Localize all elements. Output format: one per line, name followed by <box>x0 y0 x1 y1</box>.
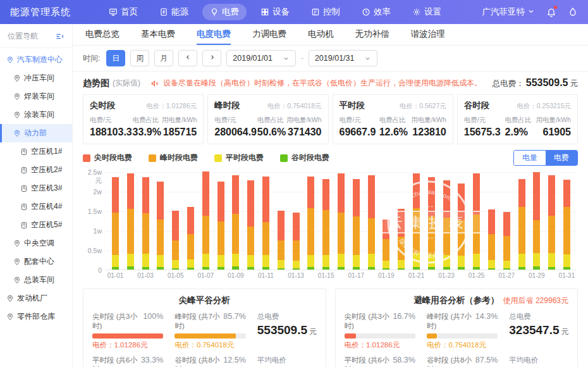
nav-item-efficiency[interactable]: 效率 <box>354 4 398 20</box>
tab-reactive-compensation[interactable]: 无功补偿 <box>355 24 389 45</box>
collapse-icon[interactable] <box>55 32 64 41</box>
bar-segment-valley <box>383 268 389 270</box>
legend-item-sharp[interactable]: 尖时段电费 <box>83 152 132 163</box>
chart-bar[interactable] <box>368 175 375 270</box>
chart-bar[interactable] <box>262 177 269 270</box>
chart-bar[interactable] <box>172 211 179 270</box>
bar-segment-sharp <box>232 175 239 214</box>
water-drop-icon[interactable] <box>568 7 578 17</box>
bar-segment-sharp <box>172 211 179 240</box>
chart-bar[interactable] <box>278 211 285 270</box>
stat-col-fee: 电费/元69667.9 <box>340 116 376 138</box>
period-unit-price: 电价：1.01286元 <box>146 102 197 111</box>
tab-basic-fee[interactable]: 基本电费 <box>141 24 175 45</box>
tab-harmonic-control[interactable]: 谐波治理 <box>411 24 445 45</box>
chart-bar[interactable] <box>503 212 510 270</box>
chart-bar[interactable] <box>563 180 570 270</box>
stat-col-fee: 电费/元188103.3 <box>90 116 132 138</box>
chart-bar[interactable] <box>548 175 555 270</box>
sidebar-item-compressor-1[interactable]: 空压机1# <box>0 142 72 161</box>
sidebar-item-painting-shop[interactable]: 涂装车间 <box>0 106 72 124</box>
chart-bar[interactable] <box>307 177 314 270</box>
bar-segment-peak <box>338 213 345 254</box>
sidebar-item-engine-plant[interactable]: 发动机厂 <box>0 289 72 308</box>
granularity-day-button[interactable]: 日 <box>106 50 125 66</box>
tab-power-factor-fee[interactable]: 力调电费 <box>252 24 286 45</box>
sidebar-item-support-center[interactable]: 配套中心 <box>0 252 72 271</box>
sidebar-item-assembly-shop[interactable]: 总装车间 <box>0 271 72 289</box>
chart-bar[interactable] <box>202 171 209 270</box>
date-range-separator: - <box>301 54 303 63</box>
chart-bar[interactable] <box>533 172 540 270</box>
x-axis-label: 01-09 <box>228 272 244 279</box>
chart-bar[interactable] <box>157 182 164 270</box>
sidebar-item-compressor-5[interactable]: 空压机5# <box>0 216 72 234</box>
tab-degree-fee[interactable]: 电度电费 <box>197 24 231 45</box>
device-icon <box>20 221 28 229</box>
chart-bar[interactable] <box>247 180 254 270</box>
chart-bar[interactable] <box>443 180 450 270</box>
granularity-week-button[interactable]: 周 <box>130 50 149 66</box>
chart-bar[interactable] <box>112 177 119 270</box>
chart-bar[interactable] <box>413 173 420 270</box>
x-axis-cell <box>548 272 555 281</box>
nav-item-settings[interactable]: 设置 <box>405 4 449 20</box>
bar-segment-valley <box>548 267 555 270</box>
company-selector[interactable]: 广汽菲亚特 <box>482 6 536 18</box>
location-pin-icon <box>6 313 14 321</box>
toggle-option-energy[interactable]: 电量 <box>514 151 546 165</box>
nav-item-energy[interactable]: 能源 <box>152 4 196 20</box>
nav-item-control[interactable]: 控制 <box>303 4 348 20</box>
granularity-month-button[interactable]: 月 <box>154 50 173 66</box>
toggle-option-fee[interactable]: 电费 <box>546 151 577 165</box>
chart-bar[interactable] <box>127 173 134 270</box>
chart-bar[interactable] <box>293 213 300 270</box>
sidebar-item-parts-warehouse[interactable]: 零件部仓库 <box>0 308 72 326</box>
bar-segment-flat <box>368 254 375 267</box>
stat-label: 用电量/kWh <box>411 116 446 125</box>
energy-icon <box>159 8 168 16</box>
notification-bell-icon[interactable] <box>546 7 556 17</box>
chart-bar[interactable] <box>458 184 465 270</box>
sidebar-item-compressor-4[interactable]: 空压机4# <box>0 197 72 216</box>
chart-bar[interactable] <box>353 179 360 270</box>
sidebar-item-compressor-3[interactable]: 空压机3# <box>0 179 72 197</box>
sidebar-item-compressor-2[interactable]: 空压机2# <box>0 161 72 179</box>
x-axis-label: 01-11 <box>258 272 274 279</box>
nav-item-home[interactable]: 首页 <box>101 4 145 20</box>
nav-item-devices[interactable]: 设备 <box>253 4 297 20</box>
prev-period-button[interactable] <box>178 50 197 66</box>
sidebar-item-stamping-shop[interactable]: 冲压车间 <box>0 69 72 87</box>
date-from-picker[interactable]: 2019/01/01 <box>226 50 296 66</box>
chart-bar[interactable] <box>217 182 224 270</box>
analysis-group-percent: 16.7% <box>393 312 415 321</box>
tab-motor[interactable]: 电动机 <box>308 24 334 45</box>
chart-bar[interactable] <box>428 177 435 270</box>
chart-bar[interactable] <box>473 173 480 270</box>
sidebar-item-central-ac[interactable]: 中央空调 <box>0 234 72 252</box>
chart-bar[interactable] <box>398 209 405 270</box>
sidebar-item-power-dept[interactable]: 动力部 <box>0 124 72 142</box>
chart-bar[interactable] <box>518 179 525 270</box>
chart-bar[interactable] <box>232 175 239 270</box>
nav-item-label: 首页 <box>121 6 138 18</box>
sidebar-item-manufacture-center[interactable]: 汽车制造中心 <box>0 51 72 69</box>
chart-bar[interactable] <box>142 177 149 270</box>
tab-fee-overview[interactable]: 电费总览 <box>85 24 119 45</box>
chart-bar[interactable] <box>383 220 389 270</box>
bar-segment-valley <box>413 267 420 270</box>
legend-item-flat[interactable]: 平时段电费 <box>214 152 264 163</box>
date-to-picker[interactable]: 2019/01/31 <box>309 50 378 66</box>
legend-item-peak[interactable]: 峰时段电费 <box>149 152 198 163</box>
bar-segment-flat <box>322 255 329 268</box>
chart-bar[interactable] <box>187 207 194 270</box>
bar-segment-sharp <box>112 177 119 213</box>
chart-bar[interactable] <box>322 179 329 270</box>
chart-bar[interactable] <box>488 209 495 270</box>
next-period-button[interactable] <box>202 50 221 66</box>
chart-bar[interactable] <box>338 173 345 270</box>
sidebar-item-welding-shop[interactable]: 焊装车间 <box>0 87 72 106</box>
legend-item-valley[interactable]: 谷时段电费 <box>280 152 329 163</box>
nav-item-electricity-fee[interactable]: 电费 <box>202 4 247 20</box>
stat-col-energy: 用电量/kWh185715 <box>162 116 197 138</box>
